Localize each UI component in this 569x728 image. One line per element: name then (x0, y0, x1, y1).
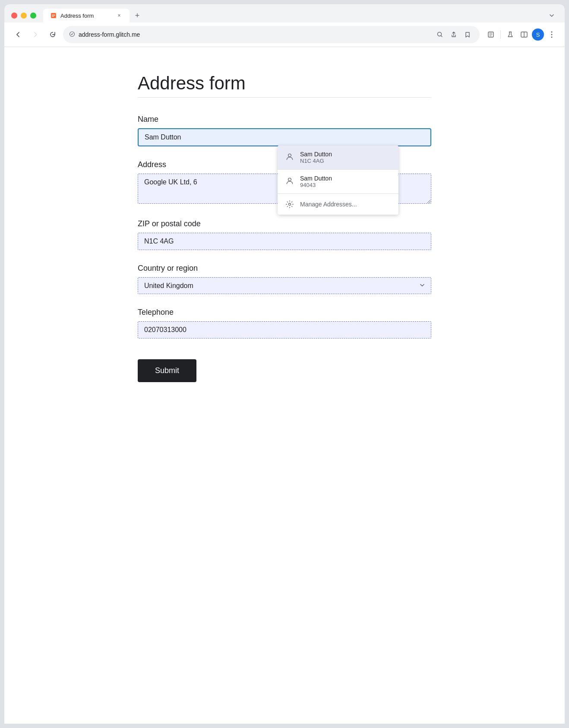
labs-button[interactable] (504, 28, 516, 41)
country-field-group: Country or region United Kingdom United … (138, 264, 431, 294)
share-button[interactable] (448, 28, 460, 41)
tab-title: Address form (60, 13, 94, 19)
submit-button[interactable]: Submit (138, 359, 196, 382)
active-tab[interactable]: Address form × (43, 9, 130, 22)
svg-point-7 (551, 32, 553, 33)
nav-divider (500, 30, 501, 39)
bookmark-button[interactable] (462, 28, 474, 41)
autocomplete-name: Sam Dutton (300, 151, 392, 158)
name-input[interactable] (138, 128, 431, 146)
zip-field-group: ZIP or postal code (138, 219, 431, 250)
name-label: Name (138, 115, 431, 124)
telephone-input[interactable] (138, 321, 431, 339)
forward-button[interactable] (28, 28, 42, 41)
svg-point-8 (551, 34, 553, 35)
person-icon (284, 152, 295, 162)
telephone-field-group: Telephone (138, 308, 431, 339)
maximize-button[interactable] (30, 13, 36, 19)
svg-point-12 (289, 203, 291, 206)
svg-rect-0 (51, 13, 56, 18)
browser-content: Address form Name (4, 47, 565, 724)
tab-bar: Address form × + (4, 4, 565, 22)
page-title: Address form (138, 73, 431, 94)
title-divider (138, 97, 431, 98)
svg-point-9 (551, 37, 553, 38)
address-bar-actions (434, 28, 474, 41)
close-button[interactable] (11, 13, 17, 19)
gear-icon (284, 199, 295, 209)
url-text: address-form.glitch.me (79, 31, 430, 38)
tab-close-button[interactable]: × (116, 12, 123, 19)
tab-expand-button[interactable] (546, 9, 558, 22)
browser-chrome: Address form × + (4, 4, 565, 47)
minimize-button[interactable] (21, 13, 27, 19)
address-bar[interactable]: address-form.glitch.me (63, 26, 480, 43)
person-icon-2 (284, 176, 295, 186)
tab-favicon-icon (50, 12, 57, 19)
nav-bar: address-form.glitch.me (4, 22, 565, 47)
name-field-wrapper: Sam Dutton N1C 4AG (138, 128, 431, 146)
window-controls (11, 13, 36, 19)
svg-rect-1 (52, 15, 55, 16)
lens-button[interactable] (434, 28, 446, 41)
new-tab-button[interactable]: + (131, 9, 143, 22)
tab-search-button[interactable] (485, 28, 497, 41)
autocomplete-dropdown: Sam Dutton N1C 4AG (278, 146, 398, 215)
security-icon (69, 31, 75, 38)
reload-button[interactable] (46, 28, 60, 41)
autocomplete-name-2: Sam Dutton (300, 175, 392, 182)
more-button[interactable] (546, 28, 558, 41)
country-select-wrapper: United Kingdom United States Canada Aust… (138, 277, 431, 294)
manage-addresses-item[interactable]: Manage Addresses... (278, 194, 398, 215)
telephone-label: Telephone (138, 308, 431, 317)
autocomplete-detail: N1C 4AG (300, 158, 392, 164)
svg-point-10 (288, 154, 291, 157)
autocomplete-text-2: Sam Dutton 94043 (300, 175, 392, 188)
back-button[interactable] (11, 28, 25, 41)
svg-point-11 (288, 178, 291, 181)
nav-extra: S (485, 28, 558, 41)
autocomplete-item[interactable]: Sam Dutton 94043 (278, 170, 398, 193)
zip-label: ZIP or postal code (138, 219, 431, 228)
autocomplete-item[interactable]: Sam Dutton N1C 4AG (278, 146, 398, 169)
autocomplete-text: Sam Dutton N1C 4AG (300, 151, 392, 164)
user-avatar[interactable]: S (532, 28, 544, 41)
split-view-button[interactable] (518, 28, 530, 41)
name-field-group: Name Sam Dutton (138, 115, 431, 146)
autocomplete-detail-2: 94043 (300, 182, 392, 188)
page-content: Address form Name (120, 47, 449, 408)
country-select[interactable]: United Kingdom United States Canada Aust… (138, 277, 431, 294)
manage-addresses-label: Manage Addresses... (300, 201, 357, 208)
country-label: Country or region (138, 264, 431, 273)
zip-input[interactable] (138, 233, 431, 250)
svg-rect-2 (52, 16, 54, 17)
